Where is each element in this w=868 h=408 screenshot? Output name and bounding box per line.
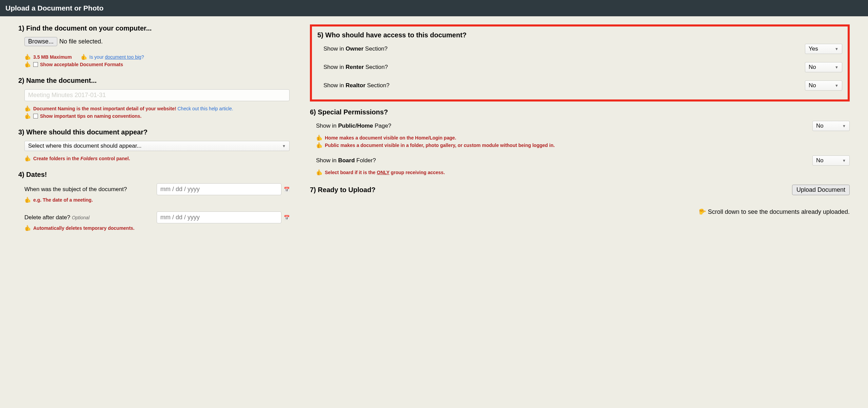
- public-rest: makes a document visible in a: [339, 143, 410, 148]
- scroll-hint-text: Scroll down to see the documents already…: [708, 208, 850, 215]
- folders-tip-3: control panel.: [98, 156, 130, 161]
- section-7-title: 7) Ready to Upload?: [310, 186, 375, 194]
- subject-date-label: When was the subject of the document?: [24, 186, 153, 193]
- naming-important-label: Document Naming is the most important de…: [33, 106, 178, 111]
- doc-too-big-link[interactable]: document too big: [105, 54, 141, 60]
- tip-icon: 👍: [24, 156, 31, 161]
- tip-icon: 👍: [24, 62, 31, 67]
- section-1-title: 1) Find the document on your computer...: [18, 24, 290, 32]
- show-formats-label[interactable]: Show acceptable Document Formats: [40, 62, 123, 67]
- section-upload: 7) Ready to Upload? Upload Document 👍 Sc…: [310, 185, 850, 216]
- public-select-value: No: [816, 123, 824, 129]
- renter-pre: Show in: [323, 64, 346, 70]
- renter-select[interactable]: No ▼: [805, 62, 842, 72]
- left-column: 1) Find the document on your computer...…: [18, 24, 290, 240]
- page-title: Upload a Document or Photo: [5, 4, 103, 12]
- page-body: 1) Find the document on your computer...…: [0, 16, 868, 254]
- owner-select-value: Yes: [809, 45, 818, 52]
- browse-button[interactable]: Browse...: [24, 37, 57, 46]
- chevron-down-icon: ▼: [835, 47, 839, 51]
- renter-select-value: No: [809, 64, 816, 71]
- document-name-input[interactable]: [24, 89, 290, 101]
- renter-post: Section?: [364, 64, 388, 70]
- tip-icon: 👍: [24, 225, 31, 231]
- realtor-select[interactable]: No ▼: [805, 80, 842, 91]
- no-file-label: No file selected.: [59, 38, 103, 45]
- tip-icon: 👍: [316, 135, 323, 141]
- tip-icon: 👍: [24, 113, 31, 119]
- section-2-title: 2) Name the document...: [18, 77, 290, 85]
- is-your-label: Is your: [90, 54, 105, 60]
- delete-date-label: Delete after date?: [24, 214, 72, 221]
- realtor-select-value: No: [809, 82, 816, 89]
- chevron-down-icon: ▼: [835, 65, 839, 69]
- tip-icon: 👍: [24, 54, 31, 60]
- naming-tips-label[interactable]: Show important tips on naming convention…: [40, 113, 141, 119]
- section-name-document: 2) Name the document... 👍 Document Namin…: [18, 77, 290, 119]
- question-mark: ?: [141, 54, 144, 60]
- owner-bold: Owner: [346, 45, 363, 52]
- public-bold: Public/Home: [338, 123, 373, 129]
- section-special-permissions: 6) Special Permissions? Show in Public/H…: [310, 108, 850, 175]
- realtor-post: Section?: [366, 82, 390, 89]
- section-find-document: 1) Find the document on your computer...…: [18, 24, 290, 67]
- calendar-icon[interactable]: 📅: [283, 186, 290, 192]
- section-dates: 4) Dates! When was the subject of the do…: [18, 171, 290, 231]
- delete-date-input[interactable]: [157, 211, 281, 223]
- optional-label: Optional: [72, 215, 90, 220]
- board-only: ONLY: [377, 170, 389, 175]
- home-rest: makes a document visible on the: [338, 135, 415, 141]
- chevron-down-icon: ▼: [842, 159, 846, 163]
- tip-icon: 👍: [316, 170, 323, 175]
- owner-post: Section?: [363, 45, 388, 52]
- chevron-down-icon: ▼: [282, 144, 286, 148]
- board-tip-1: Select board if it is the: [325, 170, 377, 175]
- naming-tips-checkbox[interactable]: [33, 114, 38, 118]
- public-bold-2: Public: [325, 143, 339, 148]
- calendar-icon[interactable]: 📅: [283, 215, 290, 221]
- naming-help-link[interactable]: Check out this help article.: [178, 106, 233, 111]
- board-select-value: No: [816, 157, 824, 164]
- page-header: Upload a Document or Photo: [0, 0, 868, 16]
- home-bold: Home: [325, 135, 338, 141]
- section-where-appear: 3) Where should this document appear? Se…: [18, 128, 290, 161]
- realtor-bold: Realtor: [346, 82, 366, 89]
- board-select[interactable]: No ▼: [812, 155, 850, 166]
- tip-icon: 👍: [316, 143, 323, 148]
- folders-tip-1: Create folders in the: [33, 156, 80, 161]
- public-post: Page?: [373, 123, 391, 129]
- section-4-title: 4) Dates!: [18, 171, 290, 179]
- public-end: without being logged in.: [499, 143, 555, 148]
- owner-pre: Show in: [323, 45, 346, 52]
- realtor-pre: Show in: [323, 82, 346, 89]
- access-highlight-box: 5) Who should have access to this docume…: [310, 24, 850, 101]
- tip-icon: 👍: [24, 197, 31, 203]
- right-column: 5) Who should have access to this docume…: [310, 24, 850, 240]
- public-folder-bold: folder, photo gallery, or custom module: [410, 143, 499, 148]
- public-select[interactable]: No ▼: [812, 121, 850, 131]
- location-select-value: Select where this document should appear…: [28, 143, 142, 149]
- section-6-title: 6) Special Permissions?: [310, 108, 850, 116]
- home-end: page.: [442, 135, 456, 141]
- delete-date-tip: Automatically deletes temporary document…: [33, 225, 135, 231]
- tip-icon: 👍: [24, 106, 31, 111]
- section-3-title: 3) Where should this document appear?: [18, 128, 290, 136]
- owner-select[interactable]: Yes ▼: [805, 44, 842, 54]
- max-size-label: 3.5 MB Maximum: [33, 54, 72, 60]
- section-5-title: 5) Who should have access to this docume…: [317, 31, 842, 39]
- location-select[interactable]: Select where this document should appear…: [24, 141, 290, 151]
- subject-date-tip: e.g. The date of a meeting.: [33, 197, 93, 203]
- finger-down-icon: 👍: [699, 208, 706, 216]
- board-tip-2: group receiving access.: [390, 170, 445, 175]
- board-pre: Show in: [316, 157, 338, 164]
- formats-checkbox[interactable]: [33, 62, 38, 67]
- tip-icon: 👍: [81, 54, 87, 60]
- folders-tip-2: Folders: [80, 156, 98, 161]
- board-bold: Board: [338, 157, 355, 164]
- upload-document-button[interactable]: Upload Document: [792, 185, 850, 195]
- renter-bold: Renter: [346, 64, 364, 70]
- home-login-bold: Home/Login: [415, 135, 442, 141]
- subject-date-input[interactable]: [157, 183, 281, 195]
- board-post: Folder?: [355, 157, 376, 164]
- chevron-down-icon: ▼: [842, 124, 846, 128]
